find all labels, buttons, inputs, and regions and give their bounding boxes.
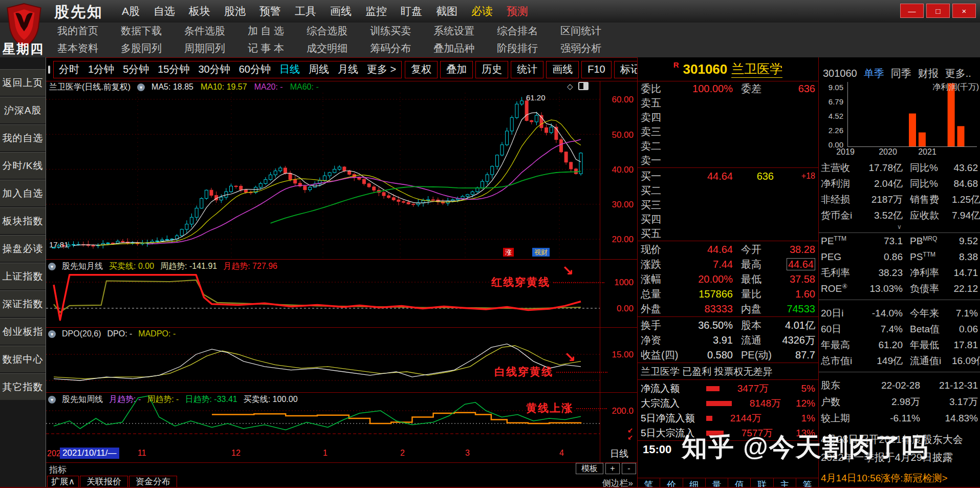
collapse-icon[interactable]: ▾	[48, 263, 56, 270]
menu2-item[interactable]: 区间统计	[560, 24, 601, 38]
sidebar-item-我的自选[interactable]: 我的自选	[0, 124, 46, 151]
sidepanel-expand-button[interactable]: 侧边栏»	[602, 477, 633, 488]
sidebar-item-沪深A股[interactable]: 沪深A股	[0, 97, 46, 123]
diamond-marker-icon[interactable]: ◇	[567, 82, 573, 91]
menu-item-股池[interactable]: 股池	[224, 4, 246, 18]
quote-panel: R 301060 兰卫医学 委比 100.00% 委差 636 卖五卖四卖三卖二…	[637, 57, 819, 488]
action-统计[interactable]: 统计	[511, 61, 543, 78]
tab-linked-quotes[interactable]: 关联报价	[80, 476, 128, 487]
zoom-in-button[interactable]: +	[605, 463, 620, 474]
collapse-icon[interactable]: ▾	[137, 83, 145, 91]
menu-item-盯盘[interactable]: 盯盘	[401, 4, 422, 18]
minimize-button[interactable]: —	[900, 4, 924, 18]
sidebar-item-板块指数[interactable]: 板块指数	[0, 207, 46, 234]
menu3-item[interactable]: 记 事 本	[248, 41, 284, 55]
sidebar-item-数据中心[interactable]: 数据中心	[0, 346, 46, 372]
menu2-item[interactable]: 条件选股	[184, 24, 225, 38]
finance-panel: 301060 单季同季财报更多.. 9.056.794.522.260.00 净…	[819, 57, 980, 488]
menu2-item[interactable]: 综合排名	[497, 24, 538, 38]
menu-item-板块[interactable]: 板块	[189, 4, 210, 18]
tab-expand[interactable]: 扩展∧	[47, 476, 79, 487]
menu2-item[interactable]: 加 自 选	[248, 24, 284, 38]
menu-item-A股[interactable]: A股	[122, 4, 140, 18]
collapse-icon[interactable]: ▾	[48, 396, 56, 404]
action-复权[interactable]: 复权	[405, 61, 438, 78]
sidebar-item-上证指数[interactable]: 上证指数	[0, 263, 46, 289]
stock-name[interactable]: 兰卫医学	[731, 60, 782, 78]
holder-row: 较上期-6.11%14.83%	[819, 410, 980, 427]
indicator-panel-dpo[interactable]: ▾DPO(20,6)DPO: -MADPO: - 15.00 白线穿黄线 ↘	[46, 327, 637, 393]
action-画线[interactable]: 画线	[546, 61, 579, 78]
template-button[interactable]: 模板	[576, 463, 603, 474]
date-axis[interactable]: 202 2021/10/11/— 11121234 日线	[46, 445, 637, 463]
candlestick-panel[interactable]: 61.20 17.81 涨 视财 60.0050.0040.0030.0020.…	[46, 93, 637, 259]
ask-row: 卖四	[638, 110, 818, 124]
finance-row: 毛利率38.23净利率14.71	[819, 265, 980, 281]
menu2-item[interactable]: 我的首页	[57, 24, 98, 38]
menu2-item[interactable]: 数据下载	[121, 24, 162, 38]
sidebar-nav: 返回上页沪深A股我的自选分时/K线加入自选板块指数操盘必读上证指数深证指数创业板…	[0, 57, 46, 488]
sidebar-item-加入自选[interactable]: 加入自选	[0, 180, 46, 206]
y-axis-tick: 40.00	[602, 165, 634, 175]
sidebar-item-操盘必读[interactable]: 操盘必读	[0, 235, 46, 262]
period-tab-60分钟[interactable]: 60分钟	[239, 62, 271, 76]
menu-item-监控[interactable]: 监控	[365, 4, 387, 18]
period-tab-更多 >[interactable]: 更多 >	[367, 62, 396, 76]
limit-up-alert[interactable]: 4月14日10:56涨停:新冠检测>	[819, 472, 980, 488]
action-叠加[interactable]: 叠加	[440, 61, 473, 78]
close-button[interactable]: ×	[952, 4, 976, 18]
flow-bar	[706, 416, 712, 421]
menu3-item[interactable]: 阶段排行	[497, 41, 538, 55]
menu2-item[interactable]: 综合选股	[307, 24, 347, 38]
bid-label: 买三	[641, 198, 684, 212]
indicator-panel-monthly[interactable]: ▾股先知月线买卖线: 0.00周趋势: -141.91月趋势: 727.96 1…	[46, 259, 637, 328]
zoom-out-button[interactable]: -	[622, 463, 636, 474]
caifu-badge[interactable]: 视财	[532, 248, 550, 257]
finance-tab-更多..[interactable]: 更多..	[945, 67, 971, 80]
period-tab-周线[interactable]: 周线	[309, 62, 329, 76]
period-tab-30分钟[interactable]: 30分钟	[199, 62, 230, 76]
rise-badge[interactable]: 涨	[503, 248, 514, 257]
menu-item-预测[interactable]: 预测	[507, 4, 528, 18]
indicator-panel-weekly[interactable]: ▾股先知周线月趋势: -周趋势: -日趋势: -33.41买卖线: 100.00…	[46, 392, 637, 445]
maximize-button[interactable]: □	[926, 4, 950, 18]
period-tab-5分钟[interactable]: 5分钟	[123, 62, 149, 76]
sidebar-item-深证指数[interactable]: 深证指数	[0, 290, 46, 317]
menu2-item[interactable]: 训练买卖	[370, 24, 411, 38]
menu-item-画线[interactable]: 画线	[330, 4, 352, 18]
menu3-item[interactable]: 叠加品种	[433, 41, 474, 55]
sidepanel-toggle-icon[interactable]	[578, 82, 589, 90]
finance-header: 301060 单季同季财报更多..	[819, 65, 980, 82]
collapse-icon[interactable]: ▾	[48, 330, 56, 338]
menu3-item[interactable]: 多股同列	[121, 41, 162, 55]
period-tab-分时[interactable]: 分时	[59, 62, 79, 76]
finance-tab-同季[interactable]: 同季	[891, 67, 911, 80]
action-F10[interactable]: F10	[581, 61, 611, 78]
period-tab-15分钟[interactable]: 15分钟	[158, 62, 189, 76]
panel-toggle-icon[interactable]	[48, 66, 50, 74]
action-历史[interactable]: 历史	[475, 61, 508, 78]
tab-fund-distribution[interactable]: 资金分布	[129, 476, 177, 487]
sidebar-item-创业板指[interactable]: 创业板指	[0, 318, 46, 345]
sidebar-item-返回上页[interactable]: 返回上页	[0, 69, 46, 96]
period-tab-月线[interactable]: 月线	[338, 62, 358, 76]
menu3-item[interactable]: 基本资料	[57, 41, 98, 55]
sidebar-item-分时/K线[interactable]: 分时/K线	[0, 152, 46, 179]
menu3-item[interactable]: 筹码分布	[370, 41, 411, 55]
menu-item-截图[interactable]: 截图	[436, 4, 458, 18]
menu2-item[interactable]: 系统设置	[433, 24, 474, 38]
period-tab-1分钟[interactable]: 1分钟	[88, 62, 114, 76]
menu-item-工具[interactable]: 工具	[295, 4, 316, 18]
menu-item-必读[interactable]: 必读	[471, 4, 493, 18]
menu3-item[interactable]: 成交明细	[307, 41, 347, 55]
red-arrow-icon: ↙	[627, 427, 633, 434]
finance-tab-单季[interactable]: 单季	[864, 67, 884, 80]
menu3-item[interactable]: 周期同列	[184, 41, 225, 55]
sidebar-item-其它指数[interactable]: 其它指数	[0, 373, 46, 400]
menu-item-自选[interactable]: 自选	[154, 4, 175, 18]
menu-item-预警[interactable]: 预警	[259, 4, 281, 18]
finance-tab-财报[interactable]: 财报	[918, 67, 939, 80]
period-tab-日线[interactable]: 日线	[279, 62, 300, 76]
menu3-item[interactable]: 强弱分析	[560, 41, 601, 55]
section-chevron-icon[interactable]: ∨	[819, 223, 980, 233]
